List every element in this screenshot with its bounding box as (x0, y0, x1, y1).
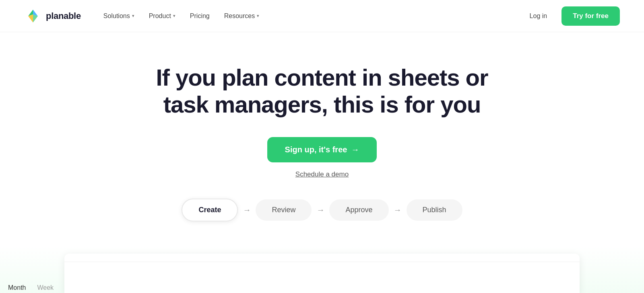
calendar-tabs-bar (64, 254, 580, 262)
arrow-1-icon: → (243, 205, 251, 215)
arrow-3-icon: → (394, 205, 402, 215)
workflow-tab-review[interactable]: Review (256, 199, 312, 221)
arrow-2-icon: → (316, 205, 324, 215)
bottom-left-tabs: Month Week (0, 282, 62, 293)
workflow-tab-approve[interactable]: Approve (329, 199, 388, 221)
signup-button[interactable]: Sign up, it's free → (267, 137, 377, 162)
login-button[interactable]: Log in (523, 9, 554, 23)
signup-arrow-icon: → (351, 145, 359, 154)
try-free-button[interactable]: Try for free (561, 6, 620, 26)
solutions-chevron-icon: ▾ (132, 13, 134, 18)
nav-solutions[interactable]: Solutions ▾ (97, 9, 141, 23)
calendar-preview (64, 254, 580, 293)
workflow-tab-publish[interactable]: Publish (407, 199, 462, 221)
month-tab[interactable]: Month (4, 282, 30, 293)
hero-section: If you plan content in sheets or task ma… (0, 32, 644, 238)
schedule-demo-link[interactable]: Schedule a demo (295, 170, 349, 178)
nav-right: Log in Try for free (523, 6, 620, 26)
product-chevron-icon: ▾ (173, 13, 175, 18)
hero-title: If you plan content in sheets or task ma… (156, 64, 488, 118)
navbar: planable Solutions ▾ Product ▾ Pricing R… (0, 0, 644, 32)
nav-pricing[interactable]: Pricing (184, 9, 216, 23)
workflow-tab-create[interactable]: Create (182, 199, 238, 221)
nav-product[interactable]: Product ▾ (142, 9, 182, 23)
logo-text: planable (46, 11, 81, 21)
bottom-section: Month Week (0, 246, 644, 293)
nav-links: Solutions ▾ Product ▾ Pricing Resources … (97, 9, 523, 23)
workflow-tabs: Create → Review → Approve → Publish (165, 199, 478, 221)
logo-icon (24, 7, 42, 25)
resources-chevron-icon: ▾ (257, 13, 259, 18)
week-tab[interactable]: Week (33, 282, 58, 293)
logo[interactable]: planable (24, 7, 81, 25)
nav-resources[interactable]: Resources ▾ (218, 9, 266, 23)
